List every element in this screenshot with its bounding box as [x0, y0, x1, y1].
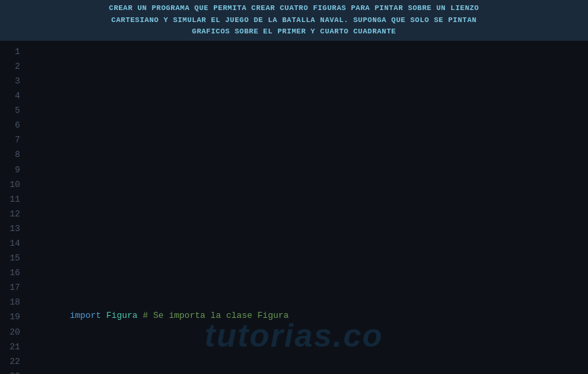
line-numbers: 1 2 3 4 5 6 7 8 9 10 11 12 13 14 15 16 1…: [0, 43, 25, 374]
code-editor: CREAR UN PROGRAMA QUE PERMITA CREAR CUAT…: [0, 0, 588, 374]
line-3: [28, 176, 588, 191]
code-content: import Figura # Se importa la clase Figu…: [25, 43, 588, 374]
line-1: [28, 87, 588, 102]
header-comment: CREAR UN PROGRAMA QUE PERMITA CREAR CUAT…: [0, 0, 588, 41]
header-line3: GRAFICOS SOBRE EL PRIMER Y CUARTO CUADRA…: [5, 26, 583, 38]
line-2: [28, 132, 588, 146]
line-4: [28, 220, 588, 235]
header-line1: CREAR UN PROGRAMA QUE PERMITA CREAR CUAT…: [5, 3, 583, 15]
line-5: import Figura # Se importa la clase Figu…: [28, 294, 588, 338]
code-area: 1 2 3 4 5 6 7 8 9 10 11 12 13 14 15 16 1…: [0, 41, 588, 374]
header-line2: CARTESIANO Y SIMULAR EL JUEGO DE LA BATA…: [5, 15, 583, 27]
